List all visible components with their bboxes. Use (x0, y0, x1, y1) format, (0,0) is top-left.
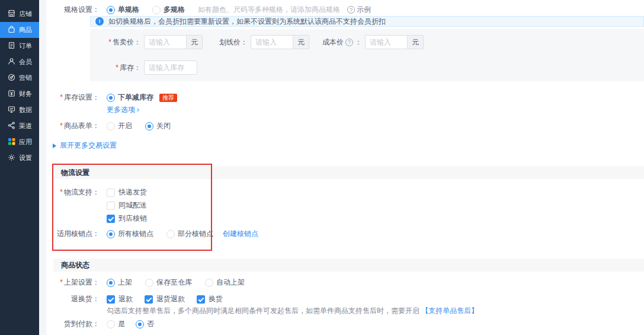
more-options-link[interactable]: 更多选项› (107, 105, 139, 115)
cost-price-input[interactable] (365, 35, 408, 49)
stock-setting-label: *库存设置： (46, 92, 100, 103)
product-form-row: *商品表单： 开启 关闭 (46, 121, 184, 131)
returns-row: 退换货： 退款 退货退款 换货 (46, 294, 235, 304)
checkbox-icon (107, 215, 115, 223)
sale-price-label: *售卖价： (107, 37, 141, 47)
radio-icon (107, 279, 115, 287)
sidebar-item-members[interactable]: 会员 (0, 54, 39, 70)
spec-setting-label: 规格设置： (46, 5, 100, 15)
chevron-right-icon: › (137, 106, 139, 114)
sidebar-item-label: 营销 (19, 74, 32, 82)
checkbox-icon (197, 295, 205, 304)
shelf-setting-label: *上架设置： (46, 277, 100, 288)
question-circle-icon[interactable]: ? (347, 6, 355, 14)
line-price-unit: 元 (293, 35, 309, 49)
cod-row: 货到付款： 是 否 (46, 319, 167, 329)
sidebar-item-label: 会员 (19, 58, 32, 66)
goods-icon (8, 25, 15, 34)
radio-icon (152, 6, 161, 14)
checkbox-instore-verification[interactable]: 到店核销 (107, 213, 147, 224)
product-status-section-header: 商品状态 (53, 259, 644, 272)
radio-reduce-stock-on-order[interactable]: 下单减库存 (107, 92, 153, 103)
cost-price-label: 成本价?： (322, 37, 362, 47)
sidebar: 店铺 商品 订单 会员 营销 财务 数据 渠道 (0, 0, 39, 335)
sidebar-item-orders[interactable]: 订单 (0, 38, 39, 54)
recommend-badge: 推荐 (159, 94, 177, 102)
radio-cod-no[interactable]: 否 (136, 319, 154, 329)
returns-label: 退换货： (46, 294, 100, 304)
price-stock-panel: *售卖价： 元 划线价： 元 成本价?： 元 *库 (90, 29, 644, 81)
stock-setting-row: *库存设置： 下单减库存 推荐 (46, 92, 177, 103)
sidebar-item-label: 渠道 (19, 122, 32, 130)
sidebar-item-label: 商品 (19, 25, 32, 34)
sidebar-item-data[interactable]: 数据 (0, 102, 39, 118)
logistics-support-label: *物流支持： (46, 187, 100, 197)
sidebar-item-label: 店铺 (19, 9, 32, 18)
radio-multi-spec[interactable]: 多规格 (152, 5, 185, 15)
sidebar-item-label: 财务 (19, 90, 32, 98)
create-verification-point-link[interactable]: 创建核销点 (223, 229, 258, 239)
stock-input[interactable] (144, 60, 197, 75)
checkbox-express-delivery[interactable]: 快递发货 (107, 187, 147, 197)
caret-right-icon (53, 143, 56, 148)
expand-more-trade-settings[interactable]: 展开更多交易设置 (53, 141, 117, 151)
main-content: 规格设置： 单规格 多规格 如有颜色、尺码等多种规格，请添加商品规格 ? 示例 … (46, 0, 644, 335)
checkbox-icon (107, 295, 115, 304)
returns-help-text: 勾选后支持整单售后，多个商品同时满足相同条件可发起售后，如需单件商品支持售后时，… (107, 306, 478, 316)
checkbox-icon (107, 202, 115, 210)
question-circle-icon[interactable]: ? (345, 39, 353, 46)
marketing-icon (8, 74, 15, 82)
member-icon (8, 58, 15, 66)
checkbox-return-refund[interactable]: 退货退款 (145, 294, 185, 304)
radio-cod-yes[interactable]: 是 (107, 319, 125, 329)
radio-icon (205, 279, 213, 287)
radio-form-off[interactable]: 关闭 (145, 121, 171, 131)
radio-all-points[interactable]: 所有核销点 (107, 229, 153, 239)
cod-label: 货到付款： (46, 319, 100, 329)
finance-icon (8, 90, 15, 98)
radio-icon (166, 230, 175, 238)
radio-icon (107, 94, 115, 102)
sale-price-input[interactable] (144, 35, 187, 49)
checkbox-exchange[interactable]: 换货 (197, 294, 223, 304)
info-circle-icon: ! (95, 17, 104, 25)
shelf-setting-row: *上架设置： 上架 保存至仓库 自动上架 (46, 277, 258, 288)
sidebar-item-shop[interactable]: 店铺 (0, 6, 39, 22)
logistics-instore-row: 到店核销 (107, 213, 159, 224)
radio-form-on[interactable]: 开启 (107, 121, 132, 131)
radio-partial-points[interactable]: 部分核销点 (166, 229, 213, 239)
sidebar-item-apps[interactable]: 应用 (0, 134, 39, 150)
radio-auto-on-shelf[interactable]: 自动上架 (205, 277, 245, 288)
sidebar-item-settings[interactable]: 设置 (0, 150, 39, 166)
radio-on-shelf[interactable]: 上架 (107, 277, 132, 288)
sidebar-item-goods[interactable]: 商品 (0, 22, 39, 38)
sale-price-unit: 元 (187, 35, 203, 49)
checkbox-citywide-delivery[interactable]: 同城配送 (107, 200, 147, 210)
checkbox-icon (107, 189, 115, 197)
product-form-label: *商品表单： (46, 121, 100, 131)
verification-point-row: 适用核销点： 所有核销点 部分核销点 创建核销点 (46, 229, 258, 239)
sidebar-item-finance[interactable]: 财务 (0, 86, 39, 102)
radio-single-spec[interactable]: 单规格 (107, 5, 139, 15)
logistics-section-header: 物流设置 (53, 166, 644, 179)
channel-icon (8, 122, 15, 130)
product-edit-screen: 店铺 商品 订单 会员 营销 财务 数据 渠道 (0, 0, 644, 335)
sidebar-scrollbar-track[interactable] (39, 0, 46, 335)
sidebar-item-label: 数据 (19, 106, 32, 114)
radio-icon (107, 320, 115, 328)
sidebar-item-channels[interactable]: 渠道 (0, 118, 39, 134)
sidebar-item-label: 设置 (19, 154, 32, 162)
order-icon (8, 42, 15, 50)
radio-icon (107, 6, 115, 14)
support-single-item-aftersale-link[interactable]: 【支持单品售后】 (421, 307, 478, 315)
example-link[interactable]: 示例 (357, 5, 371, 15)
checkbox-refund[interactable]: 退款 (107, 294, 133, 304)
line-price-input[interactable] (251, 35, 293, 49)
logistics-support-row: *物流支持： 快递发货 (46, 187, 159, 197)
radio-icon (145, 122, 153, 130)
sidebar-item-marketing[interactable]: 营销 (0, 70, 39, 86)
sale-price-group: 元 (144, 35, 203, 49)
cost-price-unit: 元 (408, 35, 424, 49)
radio-save-to-warehouse[interactable]: 保存至仓库 (145, 277, 192, 288)
radio-icon (145, 279, 153, 287)
